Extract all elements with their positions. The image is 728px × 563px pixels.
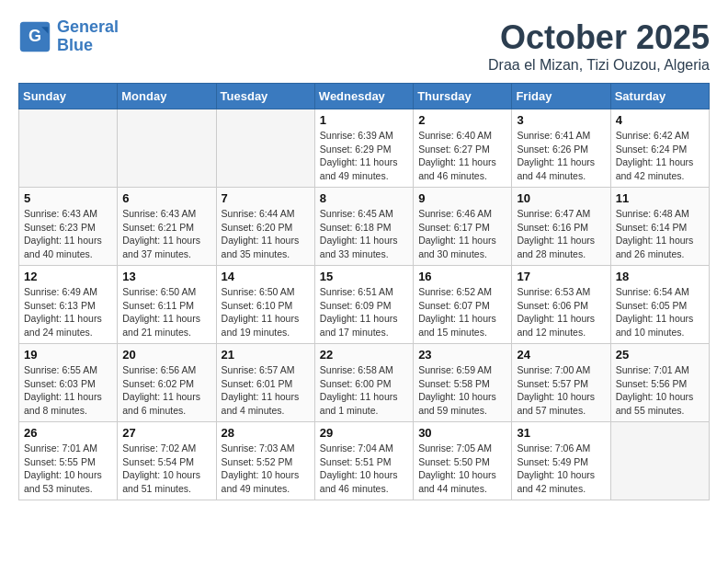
logo-icon: G (18, 20, 51, 53)
svg-text:G: G (28, 27, 41, 45)
day-number: 7 (222, 191, 310, 205)
day-number: 23 (418, 348, 506, 362)
calendar-cell: 4Sunrise: 6:42 AM Sunset: 6:24 PM Daylig… (610, 109, 709, 188)
header-thursday: Thursday (414, 84, 512, 109)
calendar-cell: 19Sunrise: 6:55 AM Sunset: 6:03 PM Dayli… (19, 344, 118, 422)
logo-line2: Blue (57, 36, 93, 54)
day-info: Sunrise: 6:58 AM Sunset: 6:00 PM Dayligh… (320, 363, 408, 418)
header-tuesday: Tuesday (216, 84, 314, 109)
day-info: Sunrise: 6:45 AM Sunset: 6:18 PM Dayligh… (320, 207, 408, 261)
calendar-cell: 9Sunrise: 6:46 AM Sunset: 6:17 PM Daylig… (414, 188, 512, 266)
day-info: Sunrise: 6:53 AM Sunset: 6:06 PM Dayligh… (517, 285, 605, 339)
day-number: 17 (517, 270, 605, 283)
calendar-cell: 27Sunrise: 7:02 AM Sunset: 5:54 PM Dayli… (118, 422, 216, 500)
day-number: 25 (616, 348, 704, 362)
day-number: 8 (320, 191, 408, 205)
calendar-cell: 22Sunrise: 6:58 AM Sunset: 6:00 PM Dayli… (314, 344, 413, 422)
calendar-cell: 15Sunrise: 6:51 AM Sunset: 6:09 PM Dayli… (314, 266, 413, 344)
day-info: Sunrise: 6:54 AM Sunset: 6:05 PM Dayligh… (616, 285, 704, 339)
day-number: 24 (517, 348, 605, 362)
day-info: Sunrise: 6:55 AM Sunset: 6:03 PM Dayligh… (24, 363, 112, 418)
calendar-cell: 31Sunrise: 7:06 AM Sunset: 5:49 PM Dayli… (512, 422, 610, 500)
day-info: Sunrise: 7:01 AM Sunset: 5:56 PM Dayligh… (616, 363, 704, 418)
day-info: Sunrise: 6:42 AM Sunset: 6:24 PM Dayligh… (616, 129, 704, 183)
day-number: 2 (418, 113, 506, 127)
calendar-cell: 30Sunrise: 7:05 AM Sunset: 5:50 PM Dayli… (414, 422, 512, 500)
calendar-cell: 23Sunrise: 6:59 AM Sunset: 5:58 PM Dayli… (414, 344, 512, 422)
day-number: 10 (517, 191, 605, 205)
day-info: Sunrise: 6:47 AM Sunset: 6:16 PM Dayligh… (517, 207, 605, 261)
calendar-week-2: 5Sunrise: 6:43 AM Sunset: 6:23 PM Daylig… (19, 188, 710, 266)
calendar-cell: 28Sunrise: 7:03 AM Sunset: 5:52 PM Dayli… (216, 422, 314, 500)
header-wednesday: Wednesday (314, 84, 413, 109)
day-info: Sunrise: 6:43 AM Sunset: 6:23 PM Dayligh… (24, 207, 112, 261)
title-block: October 2025 Draa el Mizan, Tizi Ouzou, … (488, 18, 710, 74)
calendar-cell: 8Sunrise: 6:45 AM Sunset: 6:18 PM Daylig… (314, 188, 413, 266)
day-info: Sunrise: 6:56 AM Sunset: 6:02 PM Dayligh… (122, 363, 210, 418)
day-number: 9 (418, 191, 506, 205)
month-title: October 2025 (488, 18, 710, 57)
calendar-cell: 7Sunrise: 6:44 AM Sunset: 6:20 PM Daylig… (216, 188, 314, 266)
day-info: Sunrise: 6:46 AM Sunset: 6:17 PM Dayligh… (418, 207, 506, 261)
calendar-cell: 21Sunrise: 6:57 AM Sunset: 6:01 PM Dayli… (216, 344, 314, 422)
day-number: 20 (122, 348, 210, 362)
day-number: 5 (24, 191, 112, 205)
day-number: 19 (24, 348, 112, 362)
day-info: Sunrise: 6:57 AM Sunset: 6:01 PM Dayligh… (222, 363, 310, 418)
day-number: 12 (24, 270, 112, 283)
calendar-week-1: 1Sunrise: 6:39 AM Sunset: 6:29 PM Daylig… (19, 109, 710, 188)
day-number: 1 (320, 113, 408, 127)
header-monday: Monday (118, 84, 216, 109)
day-number: 18 (616, 270, 704, 283)
calendar-cell: 26Sunrise: 7:01 AM Sunset: 5:55 PM Dayli… (19, 422, 118, 500)
day-info: Sunrise: 7:01 AM Sunset: 5:55 PM Dayligh… (24, 442, 112, 496)
day-number: 22 (320, 348, 408, 362)
logo: G General Blue (18, 18, 119, 55)
page-header: G General Blue October 2025 Draa el Miza… (18, 18, 710, 74)
day-info: Sunrise: 6:50 AM Sunset: 6:11 PM Dayligh… (122, 285, 210, 339)
day-number: 27 (122, 426, 210, 440)
calendar-cell: 29Sunrise: 7:04 AM Sunset: 5:51 PM Dayli… (314, 422, 413, 500)
calendar-cell (19, 109, 118, 188)
day-info: Sunrise: 7:00 AM Sunset: 5:57 PM Dayligh… (517, 363, 605, 418)
calendar-cell: 20Sunrise: 6:56 AM Sunset: 6:02 PM Dayli… (118, 344, 216, 422)
calendar-cell: 14Sunrise: 6:50 AM Sunset: 6:10 PM Dayli… (216, 266, 314, 344)
day-info: Sunrise: 6:52 AM Sunset: 6:07 PM Dayligh… (418, 285, 506, 339)
day-number: 26 (24, 426, 112, 440)
logo-text: General Blue (57, 18, 119, 55)
day-info: Sunrise: 6:44 AM Sunset: 6:20 PM Dayligh… (222, 207, 310, 261)
day-info: Sunrise: 6:41 AM Sunset: 6:26 PM Dayligh… (517, 129, 605, 183)
calendar-cell: 18Sunrise: 6:54 AM Sunset: 6:05 PM Dayli… (610, 266, 709, 344)
day-number: 6 (122, 191, 210, 205)
calendar-week-3: 12Sunrise: 6:49 AM Sunset: 6:13 PM Dayli… (19, 266, 710, 344)
calendar-cell (216, 109, 314, 188)
calendar-week-4: 19Sunrise: 6:55 AM Sunset: 6:03 PM Dayli… (19, 344, 710, 422)
day-number: 16 (418, 270, 506, 283)
day-number: 14 (222, 270, 310, 283)
day-info: Sunrise: 6:49 AM Sunset: 6:13 PM Dayligh… (24, 285, 112, 339)
day-info: Sunrise: 6:43 AM Sunset: 6:21 PM Dayligh… (122, 207, 210, 261)
calendar-cell (610, 422, 709, 500)
calendar-cell: 5Sunrise: 6:43 AM Sunset: 6:23 PM Daylig… (19, 188, 118, 266)
day-info: Sunrise: 6:48 AM Sunset: 6:14 PM Dayligh… (616, 207, 704, 261)
calendar-cell: 2Sunrise: 6:40 AM Sunset: 6:27 PM Daylig… (414, 109, 512, 188)
header-saturday: Saturday (610, 84, 709, 109)
day-number: 29 (320, 426, 408, 440)
calendar-cell: 24Sunrise: 7:00 AM Sunset: 5:57 PM Dayli… (512, 344, 610, 422)
location-subtitle: Draa el Mizan, Tizi Ouzou, Algeria (488, 57, 710, 74)
day-number: 31 (517, 426, 605, 440)
day-info: Sunrise: 7:03 AM Sunset: 5:52 PM Dayligh… (222, 442, 310, 496)
calendar-cell: 17Sunrise: 6:53 AM Sunset: 6:06 PM Dayli… (512, 266, 610, 344)
day-info: Sunrise: 6:40 AM Sunset: 6:27 PM Dayligh… (418, 129, 506, 183)
day-number: 15 (320, 270, 408, 283)
calendar-table: SundayMondayTuesdayWednesdayThursdayFrid… (18, 83, 710, 500)
day-number: 21 (222, 348, 310, 362)
header-friday: Friday (512, 84, 610, 109)
header-sunday: Sunday (19, 84, 118, 109)
calendar-cell: 13Sunrise: 6:50 AM Sunset: 6:11 PM Dayli… (118, 266, 216, 344)
day-info: Sunrise: 7:02 AM Sunset: 5:54 PM Dayligh… (122, 442, 210, 496)
calendar-header-row: SundayMondayTuesdayWednesdayThursdayFrid… (19, 84, 710, 109)
day-info: Sunrise: 6:59 AM Sunset: 5:58 PM Dayligh… (418, 363, 506, 418)
day-number: 13 (122, 270, 210, 283)
day-info: Sunrise: 7:05 AM Sunset: 5:50 PM Dayligh… (418, 442, 506, 496)
